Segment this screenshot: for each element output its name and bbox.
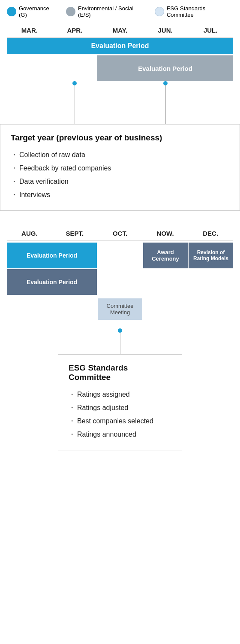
bar-award-ceremony: Award Ceremony: [143, 243, 188, 268]
month-dec: DEC.: [188, 226, 233, 241]
committee-box: Committee Meeting: [98, 298, 142, 320]
top-info-title: Target year (previous year of business): [11, 133, 229, 143]
info-item-2: Feedback by rated companies: [11, 162, 229, 175]
top-month-row: MAR. APR. MAY. JUN. JUL.: [7, 23, 233, 38]
month-apr: APR.: [52, 23, 98, 37]
bottom-timeline: AUG. SEPT. OCT. NOW. DEC. Evaluation Per…: [0, 226, 240, 354]
esg-info-box: ESG Standards Committee Ratings assigned…: [58, 354, 182, 450]
bottom-month-row: AUG. SEPT. OCT. NOW. DEC.: [7, 226, 233, 241]
esg-item-4: Ratings announced: [69, 428, 171, 441]
legend: Governance (G) Environmental / Social (E…: [0, 0, 240, 23]
month-mar: MAR.: [7, 23, 52, 37]
esg-info-wrap: ESG Standards Committee Ratings assigned…: [0, 354, 240, 459]
esg-item-3: Best companies selected: [69, 415, 171, 428]
month-oct: OCT.: [97, 226, 143, 241]
legend-label-esg: ESG Standards Committee: [167, 5, 233, 18]
month-sept: SEPT.: [52, 226, 98, 241]
legend-dot-environmental: [66, 7, 75, 16]
legend-dot-esg: [155, 7, 164, 16]
legend-item-esg: ESG Standards Committee: [155, 5, 233, 18]
esg-item-1: Ratings assigned: [69, 388, 171, 401]
bar-evaluation-gov: Evaluation Period: [7, 243, 97, 268]
month-jul: JUL.: [188, 23, 233, 37]
month-may: MAY.: [97, 23, 143, 37]
legend-label-governance: Governance (G): [19, 5, 58, 18]
top-timeline: MAR. APR. MAY. JUN. JUL. Evaluation Peri…: [0, 23, 240, 124]
month-aug: AUG.: [7, 226, 52, 241]
month-jun: JUN.: [143, 23, 188, 37]
legend-item-governance: Governance (G): [7, 5, 58, 18]
esg-info-list: Ratings assigned Ratings adjusted Best c…: [69, 388, 171, 441]
top-info-list: Collection of raw data Feedback by rated…: [11, 149, 229, 202]
esg-item-2: Ratings adjusted: [69, 401, 171, 415]
legend-item-environmental: Environmental / Social (E/S): [66, 5, 147, 18]
legend-dot-governance: [7, 7, 16, 16]
info-item-3: Data verification: [11, 175, 229, 188]
top-partial-bar: Evaluation Period: [97, 55, 233, 81]
bar-revision: Revision of Rating Models: [189, 243, 233, 268]
top-full-bar: Evaluation Period: [7, 38, 233, 54]
info-item-4: Interviews: [11, 188, 229, 202]
month-now: NOW.: [143, 226, 188, 241]
legend-label-environmental: Environmental / Social (E/S): [78, 5, 147, 18]
top-info-box: Target year (previous year of business) …: [0, 124, 240, 211]
info-item-1: Collection of raw data: [11, 149, 229, 162]
bar-evaluation-env: Evaluation Period: [7, 269, 97, 295]
esg-info-title: ESG Standards Committee: [69, 363, 171, 382]
